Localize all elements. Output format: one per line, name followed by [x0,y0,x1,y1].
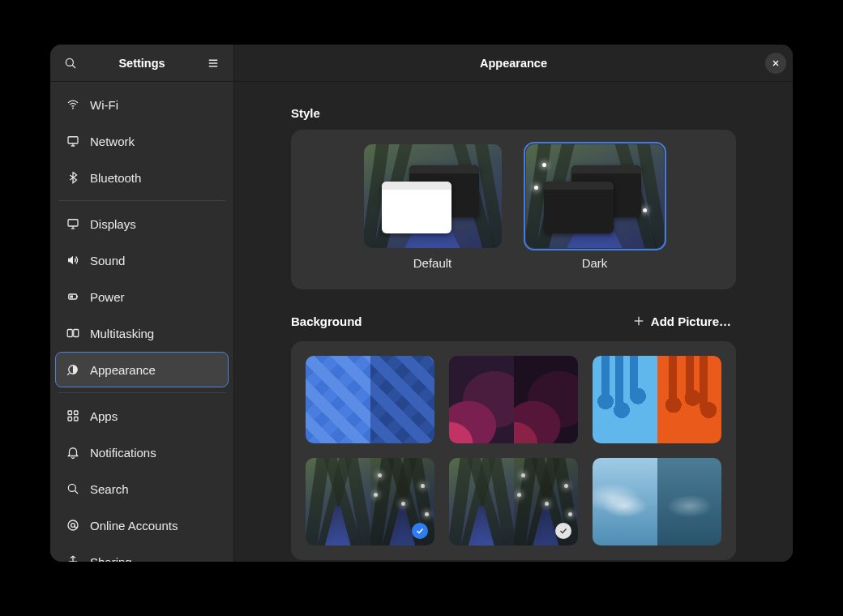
main-header: Appearance [234,45,793,82]
background-card [291,341,736,560]
svg-rect-19 [68,411,72,415]
sidebar-item-label: Power [90,290,125,304]
page-title: Appearance [234,57,793,70]
sidebar-item-sharing[interactable]: Sharing [55,544,229,562]
close-icon [771,58,781,68]
style-heading: Style [291,106,736,120]
background-option-forest-b[interactable] [449,458,578,545]
sidebar-item-label: Sound [90,254,125,267]
sidebar-item-label: Notifications [90,446,156,460]
background-option-geometric[interactable] [306,356,434,443]
svg-rect-13 [70,296,73,298]
background-option-sky[interactable] [593,458,721,545]
sidebar-item-label: Appearance [90,363,156,377]
svg-rect-15 [67,330,72,337]
sidebar-item-power[interactable]: Power [55,279,229,314]
main-panel: Appearance Style DefaultDark Background [234,45,793,562]
svg-rect-16 [74,330,79,337]
search-icon [63,56,78,71]
background-option-forest-a[interactable] [306,458,434,545]
sidebar-item-label: Sharing [90,555,132,563]
sidebar-item-online[interactable]: Online Accounts [55,507,229,543]
power-icon [66,289,80,304]
svg-point-23 [68,484,75,491]
sidebar-title: Settings [84,57,199,70]
sidebar-item-notifications[interactable]: Notifications [55,434,229,470]
style-option-dark[interactable]: Dark [526,144,664,270]
menu-button[interactable] [199,49,227,77]
svg-line-18 [67,374,69,375]
selected-check-icon [412,523,428,539]
svg-rect-20 [75,411,79,415]
bell-icon [66,445,80,460]
display-icon [66,216,80,231]
sidebar-item-wifi[interactable]: Wi-Fi [55,87,229,122]
style-card: DefaultDark [291,130,736,289]
add-picture-button[interactable]: Add Picture… [627,310,736,332]
background-option-waves[interactable] [449,356,578,443]
sidebar-item-bluetooth[interactable]: Bluetooth [55,160,229,195]
sidebar-nav: Wi-FiNetworkBluetoothDisplaysSoundPowerM… [50,82,233,562]
svg-point-0 [66,58,73,66]
svg-point-25 [68,520,78,530]
svg-rect-6 [68,137,78,143]
sidebar-item-label: Displays [90,217,136,231]
svg-rect-9 [68,220,78,226]
display-icon [66,134,80,148]
sidebar-item-label: Online Accounts [90,519,178,533]
style-option-label: Default [413,256,452,270]
sidebar-item-label: Multitasking [90,327,154,340]
sidebar-item-label: Search [90,482,129,496]
sidebar-item-label: Wi-Fi [90,98,118,112]
sidebar-separator [58,200,225,201]
sidebar-separator [58,392,225,393]
speaker-icon [66,253,80,267]
bluetooth-icon [66,170,80,185]
sidebar-item-multitasking[interactable]: Multitasking [55,315,229,351]
sidebar-item-appearance[interactable]: Appearance [55,352,229,387]
sidebar-header: Settings [50,45,233,82]
style-thumb-dark [526,144,664,248]
available-check-icon [555,523,571,539]
at-icon [66,518,80,533]
sidebar-item-label: Apps [90,409,118,423]
svg-rect-21 [68,417,72,421]
sidebar-item-label: Network [90,135,135,148]
main-body: Style DefaultDark Background Add Picture… [234,82,793,562]
svg-rect-22 [75,417,79,421]
hamburger-icon [206,56,220,71]
svg-point-5 [72,108,74,109]
search-button[interactable] [57,49,84,77]
style-thumb-default [364,144,502,248]
style-option-label: Dark [582,256,608,270]
apps-icon [66,409,80,423]
svg-line-1 [72,65,75,68]
search-icon [66,481,80,496]
share-icon [66,554,80,562]
add-picture-label: Add Picture… [651,314,731,328]
sidebar: Settings Wi-FiNetworkBluetoothDisplaysSo… [50,45,234,562]
multitask-icon [66,326,80,340]
sidebar-item-network[interactable]: Network [55,123,229,159]
settings-window: Settings Wi-FiNetworkBluetoothDisplaysSo… [50,45,793,562]
style-option-default[interactable]: Default [364,144,502,270]
background-option-drips[interactable] [593,356,721,443]
svg-line-24 [75,490,78,494]
plus-icon [631,314,646,328]
sidebar-item-search[interactable]: Search [55,471,229,507]
wifi-icon [66,97,80,112]
sidebar-item-apps[interactable]: Apps [55,398,229,434]
sidebar-item-displays[interactable]: Displays [55,206,229,242]
background-heading: Background [291,314,362,328]
appearance-icon [66,362,80,377]
sidebar-item-sound[interactable]: Sound [55,242,229,278]
close-button[interactable] [765,53,786,74]
svg-point-26 [71,524,75,528]
sidebar-item-label: Bluetooth [90,171,141,185]
